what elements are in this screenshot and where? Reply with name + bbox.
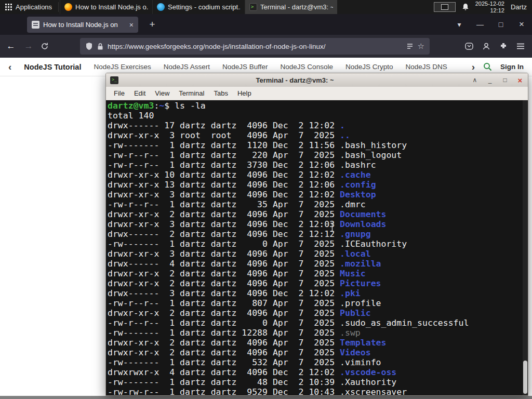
terminal-listing: drwx------ 17 dartz dartz 4096 Dec 2 12:… [108,121,528,395]
nav-scroll-left-icon[interactable]: ‹ [8,62,11,72]
account-icon[interactable] [482,42,490,50]
terminal-shade-icon[interactable]: ∧ [471,76,478,84]
listing-prefix: drwx------ 3 dartz dartz 4096 Dec 2 12:0… [108,288,340,298]
listing-prefix: drwxr-xr-x 3 dartz dartz 4096 Apr 7 2025 [108,249,340,259]
pocket-icon[interactable] [465,42,473,50]
terminal-output-line: drwx------ 4 dartz dartz 4096 Apr 7 2025… [108,259,528,269]
taskbar-window-codium[interactable]: Settings - codium script... [152,0,245,14]
listing-prefix: drwxr-xr-x 3 root root 4096 Apr 7 2025 [108,130,340,140]
listing-name: Pictures [340,278,381,288]
new-tab-button[interactable]: + [145,18,159,31]
listing-prefix: drwx------ 2 dartz dartz 4096 Dec 2 12:1… [108,229,340,239]
listing-prefix: drwxr-xr-x 13 dartz dartz 4096 Dec 2 12:… [108,180,340,190]
listing-name: .xscreensaver [340,387,407,395]
site-nav-link[interactable]: NodeJS Crypto [345,63,393,71]
listing-name: .mozilla [340,259,381,269]
terminal-titlebar[interactable]: >_ Terminal - dartz@vm3: ~ ∧ _ □ × [106,73,528,87]
reader-mode-icon[interactable] [406,43,414,50]
terminal-output-line: drwxr-xr-x 2 dartz dartz 4096 Apr 7 2025… [108,308,528,318]
extensions-icon[interactable] [499,42,508,50]
terminal-total-line: total 140 [108,111,528,121]
terminal-menu-view[interactable]: View [150,88,174,99]
scrollbar-thumb[interactable] [523,361,527,394]
search-icon[interactable] [483,62,492,71]
listing-prefix: drwxr-xr-x 2 dartz dartz 4096 Apr 7 2025 [108,348,340,357]
terminal-scrollbar[interactable] [523,100,528,395]
notifications-bell-icon[interactable] [462,3,469,11]
taskbar: Applications How to Install Node.js o...… [0,0,532,14]
desktop-edge [0,396,532,399]
listing-name: Desktop [340,190,376,200]
nav-scroll-right-icon[interactable]: › [472,62,475,72]
terminal-menu-tabs[interactable]: Tabs [209,88,232,99]
listing-name: .. [340,130,350,140]
listing-prefix: drwxr-xr-x 3 dartz dartz 4096 Dec 2 12:0… [108,190,340,200]
window-restore-icon[interactable]: □ [497,20,505,29]
clock-date: 2025-12-02 [475,1,504,7]
site-nav-primary-link[interactable]: NodeJS Tutorial [24,63,81,71]
url-text[interactable]: https://www.geeksforgeeks.org/node-js/in… [108,43,402,50]
pager-window-thumb [441,4,448,10]
applications-menu[interactable]: Applications [0,0,57,14]
site-nav-link[interactable]: NodeJS Assert [164,63,210,71]
terminal-output-line: drwxr-xr-x 10 dartz dartz 4096 Dec 2 12:… [108,170,528,180]
forward-button[interactable]: → [23,41,34,51]
applications-label: Applications [16,3,52,11]
listing-name: .dmrc [340,200,366,209]
listing-name: .pki [340,288,361,298]
codium-icon [157,3,165,11]
terminal-title: Terminal - dartz@vm3: ~ [123,76,467,84]
terminal-output-line: -rw------- 1 dartz dartz 48 Dec 2 10:39 … [108,377,528,387]
terminal-menu-file[interactable]: File [109,88,129,99]
site-nav-right: › Sign In [472,62,524,72]
clock[interactable]: 2025-12-02 12:12 [475,1,504,14]
shield-icon[interactable] [85,42,93,50]
back-button[interactable]: ← [5,41,17,51]
tab-list-icon[interactable]: ▾ [455,20,463,29]
sign-in-link[interactable]: Sign In [500,63,524,71]
site-nav-link[interactable]: NodeJS DNS [405,63,447,71]
applications-grid-icon [5,4,12,10]
terminal-output-line: -rw-r--r-- 1 dartz dartz 35 Apr 7 2025 .… [108,200,528,209]
workspace-pager[interactable] [434,2,456,12]
tab-close-icon[interactable]: × [129,21,134,29]
listing-prefix: drwxr-xr-x 2 dartz dartz 4096 Apr 7 2025 [108,278,340,288]
browser-window-controls: ▾ — □ × [455,14,526,35]
terminal-minimize-icon[interactable]: _ [486,76,494,84]
terminal-menu-edit[interactable]: Edit [129,88,150,99]
listing-name: .ICEauthority [340,239,407,249]
site-nav-link[interactable]: NodeJS Exercises [94,63,151,71]
site-nav-link[interactable]: NodeJS Console [281,63,333,71]
url-bar[interactable]: https://www.geeksforgeeks.org/node-js/in… [80,38,430,55]
window-minimize-icon[interactable]: — [476,20,484,29]
prompt-path: ~ [159,101,164,111]
listing-name: .Xauthority [340,377,396,387]
listing-prefix: drwxr-xr-x 2 dartz dartz 4096 Apr 7 2025 [108,338,340,348]
listing-name: .viminfo [340,357,381,367]
terminal-output-line: drwxr-xr-x 2 dartz dartz 4096 Apr 7 2025… [108,348,528,357]
listing-prefix: drwx------ 17 dartz dartz 4096 Dec 2 12:… [108,121,340,130]
tab-title: How to Install Node.js on [43,21,124,29]
terminal-screen[interactable]: dartz@vm3:~$ ls -la total 140 drwx------… [106,100,528,395]
terminal-output-line: -rw-r--r-- 1 dartz dartz 3730 Dec 2 12:0… [108,160,528,170]
browser-tab[interactable]: How to Install Node.js on × [27,17,138,33]
site-nav-links: NodeJS ExercisesNodeJS AssertNodeJS Buff… [94,63,459,71]
bookmark-star-icon[interactable]: ☆ [418,42,424,51]
terminal-maximize-icon[interactable]: □ [501,76,509,84]
taskbar-separator [58,2,59,12]
listing-prefix: -rw-r--r-- 1 dartz dartz 220 Apr 7 2025 [108,150,340,160]
taskbar-window-firefox[interactable]: How to Install Node.js o... [60,0,152,14]
terminal-output-line: drwx------ 3 dartz dartz 4096 Dec 2 12:0… [108,288,528,298]
reload-icon[interactable] [41,42,49,50]
site-nav-link[interactable]: NodeJS Buffer [222,63,268,71]
terminal-menu-help[interactable]: Help [233,88,256,99]
window-close-icon[interactable]: × [517,19,526,30]
terminal-close-icon[interactable]: × [516,76,524,85]
listing-prefix: -rw-r--r-- 1 dartz dartz 35 Apr 7 2025 [108,200,340,209]
tab-favicon [32,21,39,29]
listing-prefix: -rw------- 1 dartz dartz 532 Apr 7 2025 [108,357,340,367]
taskbar-window-terminal[interactable]: Terminal - dartz@vm3: ~ [245,0,337,14]
terminal-output-line: drwxr-xr-x 2 dartz dartz 4096 Apr 7 2025… [108,269,528,278]
terminal-menu-terminal[interactable]: Terminal [174,88,209,99]
menu-icon[interactable] [516,43,525,50]
